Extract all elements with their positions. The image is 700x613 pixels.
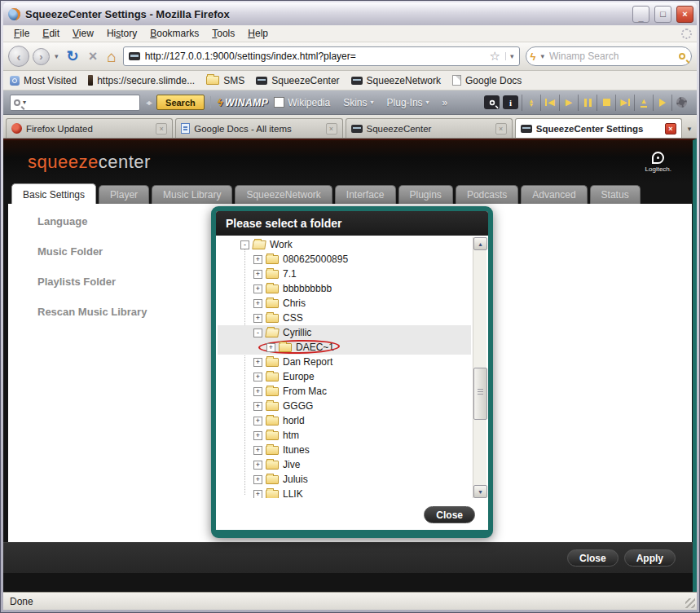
tree-label[interactable]: 080625000895 (283, 254, 348, 265)
tab-status[interactable]: Status (590, 185, 641, 204)
tree-label[interactable]: DAEC~1 (296, 342, 334, 353)
expand-icon[interactable]: + (253, 387, 262, 396)
zoom-button[interactable] (484, 95, 500, 109)
tree-label[interactable]: 7.1 (283, 268, 297, 280)
expand-icon[interactable]: + (266, 343, 275, 352)
winamp-search-box[interactable]: ϟ ▾ (526, 46, 692, 66)
scrollbar-thumb[interactable] (473, 368, 487, 420)
bookmark-squeezecenter[interactable]: SqueezeCenter (256, 75, 339, 86)
menu-bookmarks[interactable]: Bookmarks (144, 26, 205, 41)
page-apply-button[interactable]: Apply (624, 549, 676, 567)
url-bar[interactable]: ☆ ▾ (123, 46, 520, 66)
splitter-icon[interactable]: ◂▸ (146, 98, 151, 107)
scroll-up-button[interactable]: ▲ (473, 237, 487, 250)
tab-close-button[interactable]: × (665, 123, 676, 135)
maximize-button[interactable]: □ (654, 6, 671, 23)
menu-help[interactable]: Help (242, 26, 274, 41)
next-button[interactable]: ▶ (615, 95, 634, 111)
close-window-button[interactable]: × (676, 6, 693, 23)
expand-icon[interactable]: + (253, 270, 262, 279)
tree-label[interactable]: bbbbbbbbb (283, 283, 332, 294)
info-button[interactable]: i (503, 95, 518, 109)
page-close-button[interactable]: Close (567, 549, 619, 567)
expand-icon[interactable]: + (253, 358, 262, 367)
bookmark-most-visited[interactable]: Most Visited (10, 75, 77, 86)
winamp-search-button[interactable]: Search (156, 95, 205, 110)
tree-label[interactable]: htm (283, 430, 299, 441)
tree-label[interactable]: GGGG (283, 400, 313, 412)
tree-label[interactable]: Chris (283, 298, 306, 309)
chevron-down-icon[interactable]: ▾ (23, 99, 26, 106)
tab-close-button[interactable]: × (326, 123, 337, 135)
expand-icon[interactable]: + (253, 431, 262, 440)
tree-label[interactable]: From Mac (283, 386, 327, 397)
search-input[interactable] (549, 51, 676, 62)
tree-label[interactable]: Jive (283, 459, 300, 470)
tree-row-css[interactable]: +CSS (218, 311, 471, 325)
tab-advanced[interactable]: Advanced (521, 185, 587, 204)
tree-label[interactable]: Work (270, 239, 293, 250)
tab-music-library[interactable]: Music Library (152, 185, 232, 204)
volume-button[interactable] (653, 95, 671, 111)
back-button[interactable]: ‹ (8, 46, 29, 67)
expand-icon[interactable]: + (253, 373, 262, 381)
browser-tab-firefox-updated[interactable]: Firefox Updated× (6, 118, 173, 138)
winamp-link-plug-ins[interactable]: Plug-Ins▾ (387, 97, 429, 108)
tree-row-cyrillic[interactable]: -Cyrillic (218, 325, 471, 340)
tree-row-gggg[interactable]: +GGGG (218, 399, 471, 413)
tree-row-horld[interactable]: +horld (218, 413, 471, 428)
expand-icon[interactable]: + (253, 490, 262, 499)
tree-label[interactable]: Europe (283, 371, 315, 382)
menu-history[interactable]: History (101, 26, 143, 41)
chevron-down-icon[interactable]: ▾ (371, 99, 374, 106)
bookmark-sms[interactable]: SMS (206, 75, 244, 86)
tab-list-dropdown-icon[interactable]: ▾ (685, 125, 694, 138)
expand-icon[interactable]: + (253, 299, 262, 308)
bookmark-https-secure-slimde[interactable]: https://secure.slimde... (88, 75, 195, 86)
tree-row-080625000895[interactable]: +080625000895 (218, 252, 471, 267)
winamp-link-[interactable]: » (442, 97, 448, 108)
expand-icon[interactable]: + (253, 402, 262, 411)
refresh-button[interactable]: ↻ (64, 49, 82, 64)
tree-row-jive[interactable]: +Jive (218, 457, 471, 472)
tree-row-daec-1[interactable]: +DAEC~1 (218, 340, 471, 355)
resize-grip[interactable] (685, 598, 695, 608)
stop-button[interactable]: × (86, 49, 101, 64)
url-input[interactable] (145, 51, 485, 62)
expand-icon[interactable]: + (253, 475, 262, 484)
eject-button[interactable]: ▲ (634, 95, 653, 111)
winamp-brand[interactable]: ϟ WINAMP (210, 96, 268, 108)
tree-row-htm[interactable]: +htm (218, 428, 471, 443)
updown-button[interactable]: ▲▼ (522, 95, 540, 111)
url-dropdown-icon[interactable]: ▾ (505, 52, 514, 60)
dialog-close-button[interactable]: Close (424, 506, 475, 523)
tree-label[interactable]: Itunes (283, 444, 310, 456)
expand-icon[interactable]: + (253, 461, 262, 470)
tree-row-itunes[interactable]: +Itunes (218, 443, 471, 457)
tab-close-button[interactable]: × (495, 123, 507, 135)
menu-view[interactable]: View (67, 26, 99, 41)
tree-scrollbar[interactable]: ▲ ▼ (473, 237, 486, 498)
expand-icon[interactable]: + (253, 314, 262, 323)
tab-plugins[interactable]: Plugins (398, 185, 453, 204)
tab-close-button[interactable]: × (156, 123, 167, 135)
tree-label[interactable]: horld (283, 415, 305, 426)
winamp-link-skins[interactable]: Skins▾ (343, 97, 373, 108)
tab-squeezenetwork[interactable]: SqueezeNetwork (235, 185, 332, 204)
expand-icon[interactable]: + (253, 255, 262, 264)
previous-button[interactable]: ◀ (540, 95, 559, 111)
tree-row-europe[interactable]: +Europe (218, 369, 471, 384)
expand-icon[interactable]: + (253, 417, 262, 426)
tab-basic-settings[interactable]: Basic Settings (11, 183, 96, 204)
bookmark-star-icon[interactable]: ☆ (490, 49, 500, 64)
tree-row-chris[interactable]: +Chris (218, 296, 471, 311)
settings-button[interactable] (671, 95, 690, 111)
title-bar[interactable]: SqueezeCenter Settings - Mozilla Firefox… (3, 2, 697, 25)
winamp-toolbar-search-field[interactable]: ▾ (10, 95, 140, 111)
minimize-button[interactable]: _ (632, 6, 649, 23)
pause-button[interactable] (578, 95, 597, 111)
chevron-down-icon[interactable]: ▾ (426, 99, 429, 106)
collapse-icon[interactable]: - (240, 240, 249, 249)
tree-label[interactable]: Dan Report (283, 356, 332, 368)
expand-icon[interactable]: + (253, 446, 262, 455)
